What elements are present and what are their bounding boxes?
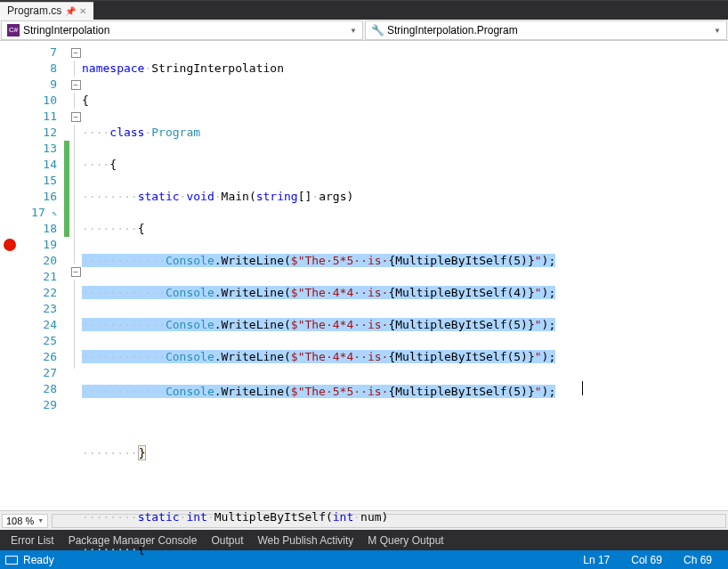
csharp-icon: C# [7, 24, 20, 37]
close-tab-icon[interactable]: ✕ [79, 6, 86, 16]
class-dropdown[interactable]: 🔧 StringInterpolation.Program ▼ [365, 20, 727, 40]
fold-toggle[interactable]: − [71, 48, 81, 58]
fold-column[interactable]: − − − − [69, 41, 82, 510]
editor-area: 789 101112 131415 1617 ✎18 192021 222324… [0, 41, 728, 510]
line-numbers: 789 101112 131415 1617 ✎18 192021 222324… [20, 41, 64, 510]
chevron-down-icon: ▼ [37, 517, 44, 524]
chevron-down-icon: ▼ [714, 27, 721, 35]
tab-bar: Program.cs 📌 ✕ [0, 0, 728, 20]
namespace-label: StringInterpolation [23, 24, 109, 37]
class-icon: 🔧 [371, 24, 384, 37]
class-label: StringInterpolation.Program [387, 24, 518, 37]
status-ready: Ready [23, 554, 54, 566]
code-editor[interactable]: namespace·StringInterpolation { ····clas… [82, 41, 728, 510]
text-cursor [582, 381, 583, 395]
fold-toggle[interactable]: − [71, 112, 81, 122]
file-tab[interactable]: Program.cs 📌 ✕ [0, 2, 93, 20]
fold-toggle[interactable]: − [71, 267, 81, 277]
breakpoint-margin[interactable] [0, 41, 20, 510]
zoom-value: 108 % [6, 516, 34, 526]
chevron-down-icon: ▼ [350, 27, 357, 35]
zoom-dropdown[interactable]: 108 % ▼ [2, 514, 48, 528]
tab-title: Program.cs [7, 4, 61, 17]
breakpoint-icon[interactable] [4, 239, 16, 251]
window-icon [5, 556, 18, 565]
namespace-dropdown[interactable]: C# StringInterpolation ▼ [1, 20, 363, 40]
fold-toggle[interactable]: − [71, 80, 81, 90]
nav-bar: C# StringInterpolation ▼ 🔧 StringInterpo… [0, 20, 728, 41]
tab-error-list[interactable]: Error List [7, 532, 58, 549]
pin-icon[interactable]: 📌 [65, 6, 76, 16]
